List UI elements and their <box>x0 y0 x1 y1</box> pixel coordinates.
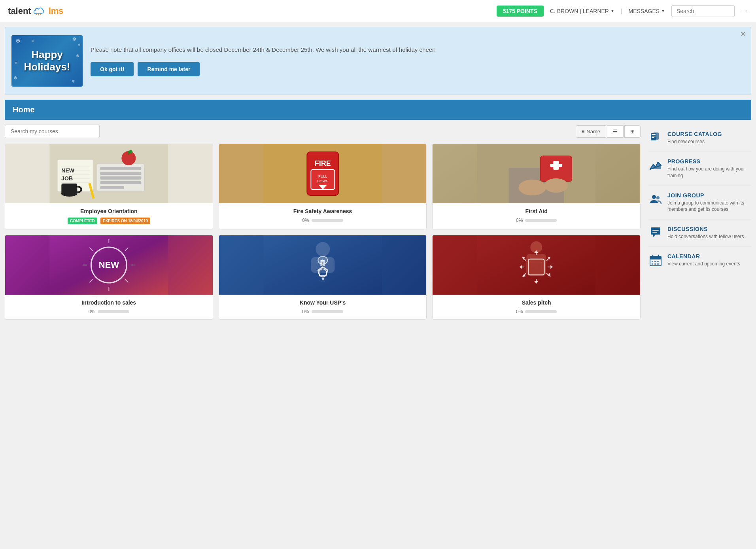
progress-icon <box>648 158 663 172</box>
svg-rect-32 <box>554 161 559 170</box>
course-thumb-firstaid <box>433 144 640 203</box>
progress-text: PROGRESS Find out how you are doing with… <box>667 158 751 179</box>
messages-menu[interactable]: MESSAGES ▼ <box>629 8 665 14</box>
home-header-bar: Home <box>5 100 751 120</box>
svg-rect-58 <box>527 254 546 276</box>
header-divider: | <box>621 8 622 14</box>
list-view-button[interactable]: ☰ <box>607 125 624 138</box>
course-thumb-pitch <box>433 235 640 295</box>
svg-rect-3 <box>100 172 141 175</box>
header-search-input[interactable] <box>671 5 735 17</box>
progress-text-firstaid: 0% <box>516 218 523 223</box>
completed-badge: COMPLETED <box>68 218 97 224</box>
course-name-sales-intro: Introduction to sales <box>10 299 208 306</box>
sidebar-item-discussions[interactable]: DISCUSSIONS Hold conversations with fell… <box>648 220 751 247</box>
svg-rect-86 <box>652 232 657 233</box>
svg-rect-94 <box>652 263 653 265</box>
svg-text:NEW: NEW <box>61 167 74 174</box>
points-badge[interactable]: 5175 POINTS <box>497 6 544 17</box>
holiday-banner: ✕ ❄ ❄ ❄ ❄ ❄ ❄ ❄ ❄ Happy Holidays! Please… <box>5 27 751 95</box>
sort-name-button[interactable]: ≡ Name <box>576 125 606 138</box>
svg-point-84 <box>656 196 660 199</box>
svg-rect-5 <box>100 181 141 184</box>
sidebar-item-catalog[interactable]: COURSE CATALOG Find new courses <box>648 125 751 152</box>
progress-text-usp: 0% <box>302 309 309 314</box>
svg-rect-93 <box>657 261 659 262</box>
progress-text-pitch: 0% <box>516 309 523 314</box>
svg-rect-2 <box>100 167 141 170</box>
course-thumb-usp: ★ <box>219 235 427 295</box>
calendar-title: CALENDAR <box>667 253 751 259</box>
svg-rect-79 <box>652 136 656 136</box>
progress-text-sales-intro: 0% <box>89 309 95 314</box>
courses-grid: NEW JOB Employee Orientation COMPLETED <box>5 144 641 320</box>
discussions-desc: Hold conversations with fellow users <box>667 233 751 240</box>
course-thumb-orientation: NEW JOB <box>5 144 213 203</box>
progress-desc: Find out how you are doing with your tra… <box>667 166 751 179</box>
catalog-text: COURSE CATALOG Find new courses <box>667 131 751 145</box>
catalog-desc: Find new courses <box>667 138 751 145</box>
grid-view-button[interactable]: ⊞ <box>624 125 641 138</box>
main-header: talent lms 5175 POINTS C. BROWN | LEARNE… <box>0 0 756 22</box>
sidebar: COURSE CATALOG Find new courses PROGRESS… <box>641 125 751 320</box>
course-card-orientation[interactable]: NEW JOB Employee Orientation COMPLETED <box>5 144 213 229</box>
banner-image: ❄ ❄ ❄ ❄ ❄ ❄ ❄ ❄ Happy Holidays! <box>11 35 83 87</box>
ok-got-it-button[interactable]: Ok got it! <box>91 62 134 76</box>
course-progress-sales-intro: 0% <box>10 309 208 314</box>
course-info-orientation: Employee Orientation COMPLETED EXPIRES O… <box>5 203 213 229</box>
logo-talent-text: talent <box>8 6 31 16</box>
layers-icon: ≡ <box>582 129 585 134</box>
course-name-fire: Fire Safety Awareness <box>224 208 422 214</box>
course-card-sales-intro[interactable]: NEW Introduction to sales <box>5 235 213 320</box>
remind-later-button[interactable]: Remind me later <box>138 62 200 76</box>
svg-text:PULL: PULL <box>318 174 327 178</box>
course-name-usp: Know Your USP's <box>224 299 422 306</box>
course-card-usp[interactable]: ★ Know Your USP's 0% <box>219 235 427 320</box>
svg-point-34 <box>544 178 568 193</box>
calendar-text: CALENDAR View current and upcoming event… <box>667 253 751 267</box>
messages-chevron-icon: ▼ <box>661 9 665 13</box>
course-thumb-fire: FIRE PULL DOWN <box>219 144 427 203</box>
svg-rect-91 <box>652 261 653 262</box>
svg-rect-88 <box>650 256 661 259</box>
calendar-desc: View current and upcoming events <box>667 261 751 267</box>
discussions-icon <box>648 226 663 240</box>
sidebar-item-calendar[interactable]: CALENDAR View current and upcoming event… <box>648 247 751 274</box>
messages-label: MESSAGES <box>629 8 660 14</box>
sidebar-item-progress[interactable]: PROGRESS Find out how you are doing with… <box>648 152 751 186</box>
svg-text:FIRE: FIRE <box>314 159 331 167</box>
view-options: ≡ Name ☰ ⊞ <box>576 125 641 138</box>
user-menu[interactable]: C. BROWN | LEARNER ▼ <box>550 8 614 14</box>
catalog-icon <box>648 131 663 145</box>
sort-name-label: Name <box>586 129 600 134</box>
discussions-text: DISCUSSIONS Hold conversations with fell… <box>667 226 751 240</box>
svg-point-47 <box>316 242 330 256</box>
calendar-icon <box>648 253 663 267</box>
course-info-fire: Fire Safety Awareness 0% <box>219 203 427 228</box>
svg-rect-78 <box>652 134 656 135</box>
logout-icon[interactable]: → <box>741 7 748 15</box>
banner-holiday-text: Happy Holidays! <box>24 49 70 73</box>
svg-rect-80 <box>652 137 654 138</box>
course-card-pitch[interactable]: Sales pitch 0% <box>432 235 641 320</box>
group-title: JOIN GROUP <box>667 192 751 199</box>
logo[interactable]: talent lms <box>8 6 64 16</box>
banner-content: Please note that all company offices wil… <box>91 45 743 77</box>
catalog-title: COURSE CATALOG <box>667 131 751 137</box>
search-courses-input[interactable] <box>5 125 100 138</box>
course-card-fire[interactable]: FIRE PULL DOWN Fire Safety Awareness 0% <box>219 144 427 229</box>
home-title: Home <box>13 105 35 114</box>
banner-buttons: Ok got it! Remind me later <box>91 62 743 76</box>
progress-title: PROGRESS <box>667 158 751 165</box>
main-content: ≡ Name ☰ ⊞ <box>0 125 756 320</box>
course-progress-firstaid: 0% <box>437 218 635 223</box>
grid-icon: ⊞ <box>630 129 635 134</box>
banner-close-button[interactable]: ✕ <box>740 30 746 38</box>
course-card-firstaid[interactable]: First Aid 0% <box>432 144 641 229</box>
logo-lms-text: lms <box>49 6 64 16</box>
progress-text-fire: 0% <box>302 218 309 223</box>
course-badges-orientation: COMPLETED EXPIRES ON 18/04/2019 <box>10 218 208 224</box>
sidebar-item-group[interactable]: JOIN GROUP Join a group to communicate w… <box>648 186 751 220</box>
svg-rect-6 <box>100 186 124 189</box>
progress-bar-fire <box>312 219 343 222</box>
